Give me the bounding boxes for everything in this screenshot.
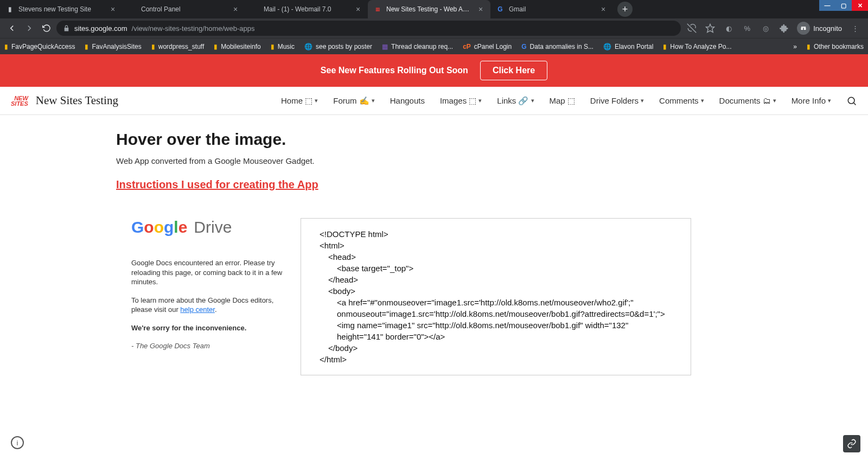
- bookmark-0[interactable]: ▮FavPageQuickAccess: [4, 43, 75, 50]
- nav-images[interactable]: Images ⬚▾: [440, 96, 482, 106]
- svg-point-1: [801, 28, 803, 30]
- url-path: /view/new-sites-testing/home/web-apps: [132, 24, 255, 33]
- ext3-icon[interactable]: ◎: [760, 23, 771, 34]
- incognito-label: Incognito: [813, 24, 842, 33]
- close-icon[interactable]: ×: [476, 5, 485, 14]
- close-icon[interactable]: ×: [354, 5, 362, 14]
- incognito-indicator[interactable]: Incognito: [797, 22, 842, 35]
- info-button[interactable]: i: [11, 436, 24, 449]
- star-icon[interactable]: [705, 23, 716, 34]
- back-button[interactable]: [4, 21, 20, 36]
- bookmark-7[interactable]: cPcPanel Login: [463, 43, 512, 50]
- menu-icon[interactable]: ⋮: [850, 23, 860, 34]
- chevron-down-icon: ▾: [828, 97, 831, 104]
- bookmarks-overflow-icon[interactable]: »: [793, 43, 797, 50]
- close-icon[interactable]: ×: [108, 5, 117, 14]
- cpanel-icon: cP: [463, 43, 471, 50]
- chevron-down-icon: ▾: [372, 97, 375, 104]
- extensions-icon[interactable]: [778, 23, 789, 34]
- globe-icon: 🌐: [603, 43, 611, 50]
- favicon-icon: G: [496, 5, 505, 14]
- bookmark-4[interactable]: ▮Music: [271, 43, 295, 50]
- tab-4[interactable]: G Gmail ×: [490, 0, 613, 18]
- toolbar-right: ◐ % ◎ Incognito ⋮: [683, 22, 864, 35]
- tab-1[interactable]: Control Panel ×: [123, 0, 245, 18]
- svg-marker-0: [706, 24, 714, 33]
- folder-icon: ▮: [807, 43, 810, 50]
- ext2-icon[interactable]: %: [742, 23, 752, 34]
- tracking-off-icon[interactable]: [686, 23, 697, 34]
- close-icon[interactable]: ×: [231, 5, 240, 14]
- bookmark-9[interactable]: 🌐Elavon Portal: [603, 43, 653, 50]
- new-tab-button[interactable]: +: [617, 2, 633, 17]
- reload-button[interactable]: [39, 21, 54, 36]
- nav-moreinfo[interactable]: More Info▾: [792, 96, 831, 105]
- nav-comments[interactable]: Comments▾: [659, 96, 704, 105]
- toolbar: sites.google.com/view/new-sites-testing/…: [0, 18, 868, 38]
- tab-title: New Sites Testing - Web Apps: [386, 5, 472, 13]
- logo-small-text: NEW SITES: [11, 95, 28, 106]
- window-close-button[interactable]: ✕: [852, 0, 868, 11]
- favicon-icon: ▮: [5, 5, 14, 14]
- chevron-down-icon: ▾: [641, 97, 644, 104]
- nav-map[interactable]: Map ⬚: [550, 96, 575, 106]
- bookmark-2[interactable]: ▮wordpress_stuff: [151, 43, 205, 50]
- page-content: Hover over the image. Web App converted …: [0, 115, 705, 375]
- bookmark-1[interactable]: ▮FavAnalysisSites: [85, 43, 141, 50]
- nav-home[interactable]: Home ⬚▾: [281, 96, 318, 106]
- chevron-down-icon: ▾: [531, 97, 534, 104]
- google-drive-logo: GoogleDrive: [131, 218, 290, 237]
- maximize-button[interactable]: ▢: [835, 0, 852, 11]
- tab-strip: ▮ Stevens new Testing Site × Control Pan…: [0, 0, 868, 18]
- help-center-link[interactable]: help center: [180, 305, 215, 314]
- banner-text: See New Features Rolling Out Soon: [321, 66, 468, 75]
- page-subtitle: Web App converted from a Google Mouseove…: [116, 156, 705, 165]
- chevron-down-icon: ▾: [773, 97, 776, 104]
- bookmark-3[interactable]: ▮Mobilesiteinfo: [214, 43, 260, 50]
- site-logo[interactable]: NEW SITES New Sites Testing: [11, 94, 118, 107]
- ext1-icon[interactable]: ◐: [723, 23, 734, 34]
- page-heading: Hover over the image.: [116, 130, 705, 149]
- search-icon[interactable]: [846, 95, 857, 106]
- bookmark-5[interactable]: 🌐see posts by poster: [304, 43, 372, 50]
- nav-forum[interactable]: Forum ✍▾: [333, 96, 375, 106]
- tab-3[interactable]: ▦ New Sites Testing - Web Apps ×: [368, 0, 490, 18]
- close-icon[interactable]: ×: [599, 5, 608, 14]
- bookmark-6[interactable]: ▦Thread cleanup req...: [382, 43, 453, 50]
- app-icon: ▦: [382, 43, 388, 50]
- chevron-down-icon: ▾: [478, 97, 482, 104]
- minimize-button[interactable]: —: [819, 0, 835, 11]
- folder-icon: ▮: [151, 43, 155, 50]
- code-line: <base target="_top">: [320, 263, 672, 274]
- google-drive-error-pane: GoogleDrive Google Docs encountered an e…: [116, 218, 301, 375]
- tab-0[interactable]: ▮ Stevens new Testing Site ×: [0, 0, 123, 18]
- sorry-message: We're sorry for the inconvenience.: [131, 323, 290, 333]
- nav-documents[interactable]: Documents 🗂▾: [719, 96, 776, 105]
- favicon-icon: [128, 5, 137, 14]
- favicon-icon: [251, 5, 259, 14]
- other-bookmarks[interactable]: ▮Other bookmarks: [807, 43, 864, 50]
- code-line: </body>: [320, 342, 672, 354]
- nav-hangouts[interactable]: Hangouts: [390, 96, 425, 105]
- code-line: <head>: [320, 251, 672, 263]
- url-host: sites.google.com: [74, 24, 127, 33]
- bookmark-8[interactable]: GData anomalies in S...: [521, 43, 593, 50]
- main-nav: Home ⬚▾ Forum ✍▾ Hangouts Images ⬚▾ Link…: [281, 95, 857, 106]
- folder-icon: ▮: [271, 43, 275, 50]
- google-icon: G: [521, 43, 526, 50]
- chevron-down-icon: ▾: [315, 97, 318, 104]
- tab-2[interactable]: Mail - (1) - Webmail 7.0 ×: [245, 0, 368, 18]
- forward-button[interactable]: [22, 21, 37, 36]
- address-bar[interactable]: sites.google.com/view/new-sites-testing/…: [56, 21, 681, 36]
- link-badge-button[interactable]: [843, 435, 860, 452]
- announcement-banner: See New Features Rolling Out Soon Click …: [0, 54, 868, 87]
- nav-links[interactable]: Links 🔗▾: [497, 96, 534, 106]
- instructions-link[interactable]: Instructions I used for creating the App: [116, 178, 318, 190]
- banner-cta-button[interactable]: Click Here: [480, 61, 547, 80]
- folder-icon: ▮: [85, 43, 88, 50]
- bookmark-10[interactable]: ▮How To Analyze Po...: [663, 43, 731, 50]
- window-controls: — ▢ ✕: [819, 0, 868, 11]
- svg-line-4: [854, 103, 856, 105]
- favicon-icon: ▦: [373, 5, 382, 14]
- nav-drive[interactable]: Drive Folders▾: [590, 96, 644, 105]
